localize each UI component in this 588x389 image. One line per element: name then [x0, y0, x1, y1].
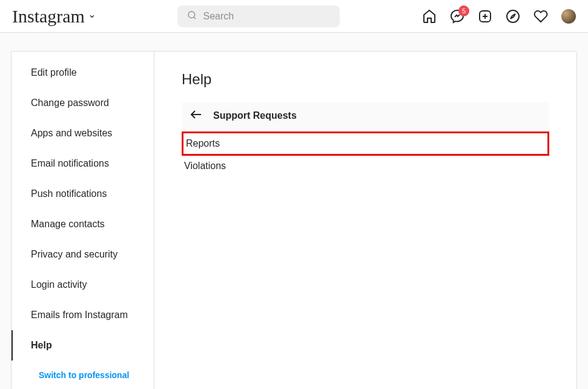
activity-heart-icon[interactable] [533, 9, 548, 24]
sidebar-item-label: Emails from Instagram [31, 310, 128, 320]
main-panel: Help Support Requests Reports Violations [154, 52, 576, 389]
sidebar-item-push-notifications[interactable]: Push notifications [12, 179, 154, 209]
sidebar-item-change-password[interactable]: Change password [12, 88, 154, 118]
sidebar-item-label: Edit profile [31, 67, 77, 78]
logo-dropdown[interactable]: Instagram [12, 6, 96, 27]
sidebar-item-label: Privacy and security [31, 249, 117, 259]
sidebar-item-label: Manage contacts [31, 219, 105, 229]
support-row-label: Reports [186, 138, 220, 148]
support-list: Reports Violations [182, 131, 549, 176]
sidebar-item-label: Login activity [31, 279, 87, 290]
sidebar-item-help[interactable]: Help [12, 330, 154, 361]
back-arrow-icon[interactable] [189, 107, 203, 124]
new-post-icon[interactable] [478, 9, 492, 24]
sidebar-item-apps-websites[interactable]: Apps and websites [12, 118, 154, 148]
search-icon [187, 10, 197, 22]
top-nav-inner: Instagram 5 [12, 5, 576, 27]
sidebar-item-edit-profile[interactable]: Edit profile [12, 58, 154, 88]
support-row-reports[interactable]: Reports [182, 131, 549, 156]
support-row-label: Violations [184, 161, 226, 171]
svg-marker-6 [510, 14, 515, 19]
sidebar-item-manage-contacts[interactable]: Manage contacts [12, 209, 154, 239]
settings-container: Edit profile Change password Apps and we… [11, 51, 577, 389]
messenger-badge: 5 [458, 5, 469, 16]
sidebar-item-email-notifications[interactable]: Email notifications [12, 148, 154, 179]
sidebar-item-label: Change password [31, 98, 109, 108]
support-requests-header: Support Requests [182, 102, 549, 129]
switch-link-label: Switch to professional [39, 370, 129, 380]
page-title: Help [182, 71, 549, 88]
sidebar-item-label: Help [31, 340, 52, 350]
instagram-logo: Instagram [12, 6, 85, 27]
settings-sidebar: Edit profile Change password Apps and we… [12, 52, 154, 389]
sidebar-item-label: Email notifications [31, 158, 109, 168]
search-box[interactable] [177, 5, 340, 27]
support-header-title: Support Requests [213, 110, 297, 121]
sidebar-item-label: Apps and websites [31, 128, 112, 138]
svg-point-5 [507, 10, 519, 22]
chevron-down-icon [88, 13, 96, 20]
sidebar-item-label: Push notifications [31, 188, 107, 199]
explore-icon[interactable] [506, 9, 520, 24]
sidebar-item-privacy-security[interactable]: Privacy and security [12, 239, 154, 270]
home-icon[interactable] [422, 9, 437, 24]
messenger-icon[interactable]: 5 [450, 9, 464, 24]
top-nav: Instagram 5 [0, 0, 588, 33]
profile-avatar[interactable] [561, 9, 576, 24]
search-input[interactable] [203, 11, 330, 22]
sidebar-item-emails-instagram[interactable]: Emails from Instagram [12, 300, 154, 330]
nav-icons: 5 [422, 9, 576, 24]
switch-professional-link[interactable]: Switch to professional [12, 361, 154, 389]
svg-point-0 [188, 12, 195, 18]
support-row-violations[interactable]: Violations [182, 156, 549, 176]
sidebar-item-login-activity[interactable]: Login activity [12, 270, 154, 300]
svg-line-1 [194, 17, 196, 19]
